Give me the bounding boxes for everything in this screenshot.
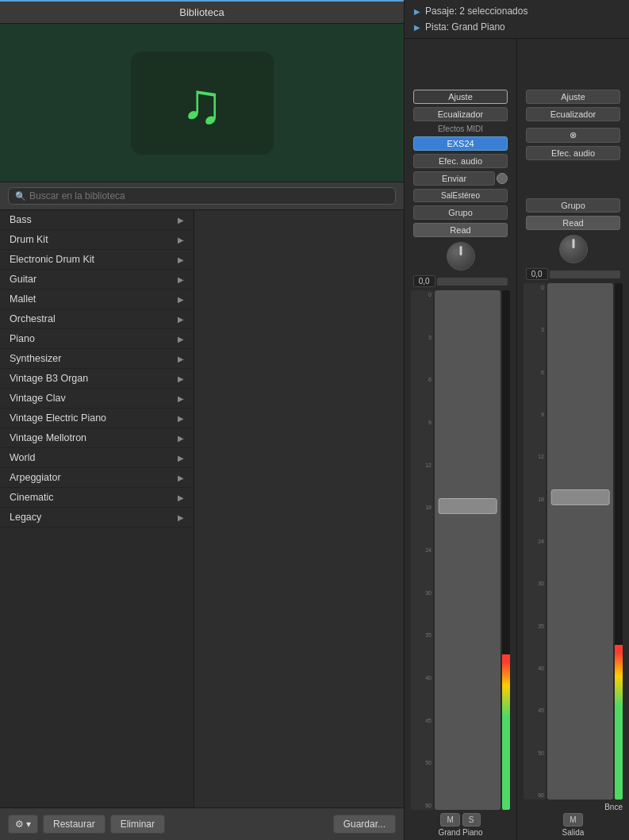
ruler-mark: 30 xyxy=(411,590,433,596)
ms-row-1: M S xyxy=(440,813,480,827)
category-label: Guitar xyxy=(10,274,36,285)
track-row: ▶ Pista: Grand Piano xyxy=(411,19,623,35)
gear-button[interactable]: ⚙ ▾ xyxy=(8,815,38,834)
sidebar-item-vintage-clav[interactable]: Vintage Clav ▶ xyxy=(0,389,194,408)
ecualizador-button-2[interactable]: Ecualizador xyxy=(526,107,621,121)
fader-area-2: 0369121824303540455060 xyxy=(520,282,626,801)
category-label: Legacy xyxy=(10,512,41,523)
category-label: Vintage Mellotron xyxy=(10,432,86,443)
delete-button[interactable]: Eliminar xyxy=(110,815,165,834)
library-panel: Biblioteca ♫ 🔍 Bass ▶Drum Kit ▶Electroni… xyxy=(0,0,405,840)
sidebar-item-synthesizer[interactable]: Synthesizer ▶ xyxy=(0,349,194,369)
ruler-mark: 0 xyxy=(524,285,546,290)
chevron-right-icon: ▶ xyxy=(178,493,184,502)
passage-label: Pasaje: 2 seleccionados xyxy=(425,6,527,17)
gear-icon: ⚙ xyxy=(15,819,24,830)
sidebar-item-orchestral[interactable]: Orchestral ▶ xyxy=(0,309,194,329)
chevron-right-icon: ▶ xyxy=(178,454,184,462)
ecualizador-button-1[interactable]: Ecualizador xyxy=(413,107,508,121)
chevron-right-icon: ▶ xyxy=(178,374,184,383)
pan-knob-dial-1[interactable] xyxy=(447,242,475,270)
pan-knob-dial-2[interactable] xyxy=(559,235,588,263)
ruler-mark: 24 xyxy=(524,539,546,544)
sidebar-item-electronic-drum-kit[interactable]: Electronic Drum Kit ▶ xyxy=(0,250,194,270)
solo-button-1[interactable]: S xyxy=(462,813,481,827)
chevron-right-icon: ▶ xyxy=(178,236,184,244)
read-button-1[interactable]: Read xyxy=(413,223,508,237)
ruler-marks-1: 0369121824303540455060 xyxy=(411,290,433,810)
sidebar-item-vintage-b3-organ[interactable]: Vintage B3 Organ ▶ xyxy=(0,369,194,389)
category-label: Drum Kit xyxy=(10,234,48,245)
sidebar-item-bass[interactable]: Bass ▶ xyxy=(0,210,194,230)
vol-value-1: 0,0 xyxy=(413,275,435,287)
search-input[interactable] xyxy=(29,190,389,201)
vol-slider-1[interactable] xyxy=(437,278,508,286)
sidebar-item-arpeggiator[interactable]: Arpeggiator ▶ xyxy=(0,468,194,488)
sidebar-item-vintage-mellotron[interactable]: Vintage Mellotron ▶ xyxy=(0,428,194,448)
sidebar-item-cinematic[interactable]: Cinematic ▶ xyxy=(0,488,194,508)
ruler-mark: 6 xyxy=(411,377,433,382)
ms-row-2: M xyxy=(563,813,582,827)
music-icon-area: ♫ xyxy=(0,24,404,182)
pan-knob-dot-2 xyxy=(572,239,574,248)
category-label: Synthesizer xyxy=(10,353,61,364)
instrument-button-2[interactable]: ⊗ xyxy=(526,128,621,143)
fader-ruler-1: 0369121824303540455060 xyxy=(411,290,433,810)
stereo-out-button-1[interactable]: SalEstéreo xyxy=(413,189,508,202)
audio-effects-button-2[interactable]: Efec. audio xyxy=(526,146,621,160)
save-button[interactable]: Guardar... xyxy=(333,815,396,834)
category-list: Bass ▶Drum Kit ▶Electronic Drum Kit ▶Gui… xyxy=(0,210,194,807)
pan-knob-2[interactable] xyxy=(559,235,588,263)
ruler-mark: 3 xyxy=(524,327,546,332)
ajuste-button-1[interactable]: Ajuste xyxy=(413,90,508,104)
channel-bottom-1: M S Grand Piano xyxy=(408,811,513,838)
pan-knob-1[interactable] xyxy=(447,242,475,270)
mute-button-2[interactable]: M xyxy=(563,813,582,827)
mixer-channels: Ajuste Ecualizador Efectos MIDI EXS24 Ef… xyxy=(405,39,629,840)
sidebar-item-mallet[interactable]: Mallet ▶ xyxy=(0,290,194,309)
sidebar-item-drum-kit[interactable]: Drum Kit ▶ xyxy=(0,230,194,250)
restore-button[interactable]: Restaurar xyxy=(43,815,105,834)
fader-thumb-2[interactable] xyxy=(550,489,610,505)
search-icon: 🔍 xyxy=(15,191,26,201)
ajuste-button-2[interactable]: Ajuste xyxy=(526,90,621,104)
category-label: World xyxy=(10,452,35,463)
chevron-right-icon: ▶ xyxy=(178,295,184,304)
send-button-1[interactable]: Enviar xyxy=(413,171,496,186)
fader-thumb-1[interactable] xyxy=(438,498,497,514)
category-label: Piano xyxy=(10,333,35,344)
chevron-right-icon: ▶ xyxy=(178,315,184,324)
sidebar-item-vintage-electric-piano[interactable]: Vintage Electric Piano ▶ xyxy=(0,408,194,428)
category-label: Bass xyxy=(10,214,32,225)
ruler-mark: 35 xyxy=(524,623,546,629)
track-triangle-icon: ▶ xyxy=(414,23,420,32)
mixer-panel: ▶ Pasaje: 2 seleccionados ▶ Pista: Grand… xyxy=(405,0,629,840)
instrument-button-1[interactable]: EXS24 xyxy=(413,136,508,151)
level-meter-2 xyxy=(615,283,623,800)
sidebar-item-guitar[interactable]: Guitar ▶ xyxy=(0,270,194,290)
sidebar-item-legacy[interactable]: Legacy ▶ xyxy=(0,508,194,527)
vol-value-2: 0,0 xyxy=(526,268,548,280)
channel-bottom-2: Bnce M Salida xyxy=(520,801,626,838)
gear-arrow-icon: ▾ xyxy=(26,819,31,830)
ruler-mark: 45 xyxy=(411,718,433,723)
chevron-right-icon: ▶ xyxy=(178,335,184,343)
sidebar-item-piano[interactable]: Piano ▶ xyxy=(0,329,194,349)
library-title-text: Biblioteca xyxy=(179,6,224,18)
vol-slider-2[interactable] xyxy=(550,270,621,278)
read-button-2[interactable]: Read xyxy=(526,216,621,230)
fader-track-2[interactable] xyxy=(547,283,613,800)
volume-display-2: 0,0 xyxy=(526,268,621,280)
category-label: Orchestral xyxy=(10,313,56,324)
mute-button-1[interactable]: M xyxy=(440,813,459,827)
mixer-header: ▶ Pasaje: 2 seleccionados ▶ Pista: Grand… xyxy=(405,0,629,39)
search-input-wrapper[interactable]: 🔍 xyxy=(8,187,396,205)
ruler-mark: 12 xyxy=(411,462,433,468)
audio-effects-button-1[interactable]: Efec. audio xyxy=(413,154,508,168)
sidebar-item-world[interactable]: World ▶ xyxy=(0,448,194,468)
group-button-2[interactable]: Grupo xyxy=(526,198,621,213)
ruler-mark: 50 xyxy=(524,750,546,756)
ruler-mark: 45 xyxy=(524,708,546,713)
group-button-1[interactable]: Grupo xyxy=(413,205,508,220)
fader-track-1[interactable] xyxy=(435,290,501,810)
